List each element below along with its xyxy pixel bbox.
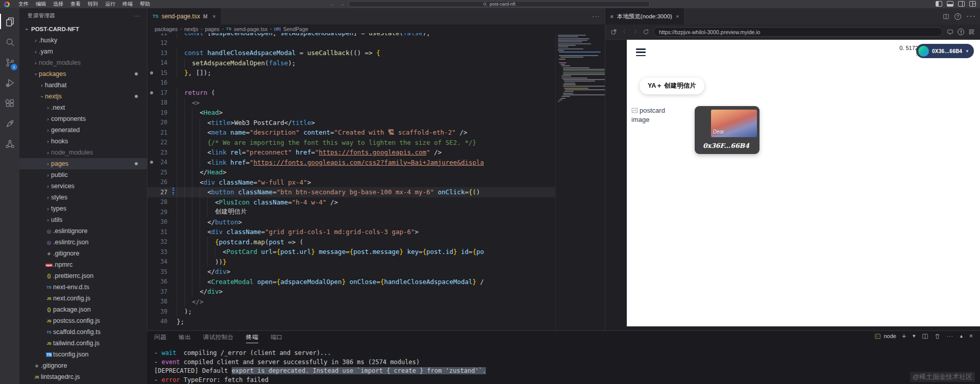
- line-number[interactable]: 32: [156, 238, 172, 245]
- search-sidebar-icon[interactable]: [0, 32, 19, 52]
- code-line-27[interactable]: 27<button className="btn btn-secondary b…: [148, 187, 605, 197]
- line-number[interactable]: 19: [156, 109, 172, 116]
- tree-item-lintstagedrc.js[interactable]: JSlintstagedrc.js: [19, 371, 147, 382]
- line-number[interactable]: 33: [156, 248, 172, 255]
- code-line-33[interactable]: 33<PostCard url={post.url} message={post…: [148, 247, 605, 257]
- panel-tab-调试控制台[interactable]: 调试控制台: [203, 331, 234, 343]
- line-number[interactable]: 34: [156, 258, 172, 265]
- tree-item-generated[interactable]: ›generated: [19, 124, 147, 136]
- line-number[interactable]: 36: [156, 278, 172, 285]
- code-line-22[interactable]: 22{/* We are importing the font this way…: [148, 138, 605, 148]
- tree-item-hooks[interactable]: ›hooks: [19, 136, 147, 147]
- line-number[interactable]: 17: [156, 89, 172, 96]
- code-line-37[interactable]: 37</div>: [148, 287, 605, 297]
- terminal-process[interactable]: node: [874, 333, 896, 340]
- tree-item-node_modules[interactable]: ›node_modules: [19, 57, 147, 68]
- menu-item-编辑[interactable]: 编辑: [32, 0, 50, 8]
- menu-item-选择[interactable]: 选择: [50, 0, 67, 8]
- line-number[interactable]: 14: [156, 59, 172, 66]
- tree-item-.prettierrc.json[interactable]: {}.prettierrc.json: [19, 270, 147, 281]
- tree-item-.gitignore[interactable]: ◆.gitignore: [19, 248, 147, 259]
- tree-item-.husky[interactable]: ›.husky: [19, 35, 147, 46]
- browser-refresh-icon[interactable]: [643, 29, 649, 35]
- code-line-30[interactable]: 30</button>: [148, 217, 605, 227]
- code-line-23[interactable]: 23<link rel="preconnect" href="https://f…: [148, 147, 605, 158]
- glyph-margin[interactable]: [148, 91, 156, 94]
- line-number[interactable]: 15: [156, 69, 172, 76]
- hamburger-menu-icon[interactable]: [636, 48, 646, 56]
- extensions-icon[interactable]: [0, 93, 19, 113]
- code-line-36[interactable]: 36<CreateModal open={adspaceModalOpen} o…: [148, 277, 605, 287]
- breadcrumb-item-send-page.tsx[interactable]: send-page.tsx: [234, 26, 267, 32]
- network-share-icon[interactable]: [0, 134, 19, 154]
- tree-item-utils[interactable]: ›utils: [19, 214, 147, 225]
- line-number[interactable]: 22: [156, 139, 172, 146]
- code-line-18[interactable]: 18<>: [148, 98, 605, 108]
- line-number[interactable]: 24: [156, 159, 172, 166]
- toggle-panel-icon[interactable]: [947, 1, 953, 7]
- code-line-39[interactable]: 39);: [148, 306, 605, 317]
- panel-tab-端口[interactable]: 端口: [271, 331, 283, 343]
- tree-item-nextjs[interactable]: ›nextjs: [19, 91, 147, 102]
- line-number[interactable]: 18: [156, 99, 172, 106]
- code-line-17[interactable]: 17return (: [148, 88, 605, 98]
- tree-item-next-env.d.ts[interactable]: TSnext-env.d.ts: [19, 281, 147, 293]
- line-number[interactable]: 16: [156, 79, 172, 86]
- line-number[interactable]: 11: [156, 33, 172, 37]
- tree-item-pages[interactable]: ›pages: [19, 158, 147, 169]
- code-line-24[interactable]: 24<link href="https://fonts.googleapis.c…: [148, 158, 605, 168]
- kill-terminal-trash-icon[interactable]: [934, 333, 941, 340]
- preview-help-icon[interactable]: ?: [954, 13, 961, 20]
- code-line-13[interactable]: 13const handleCloseAdspaceModal = useCal…: [148, 48, 605, 58]
- preview-tab-close-icon[interactable]: ×: [676, 13, 679, 19]
- editor-actions-more-icon[interactable]: ···: [592, 13, 600, 20]
- code-line-12[interactable]: 12: [148, 38, 605, 48]
- open-in-browser-icon[interactable]: [947, 29, 953, 35]
- code-line-40[interactable]: 40};: [148, 317, 605, 327]
- tree-item-public[interactable]: ›public: [19, 169, 147, 181]
- code-line-21[interactable]: 21<meta name="description" content="Crea…: [148, 127, 605, 138]
- toggle-sidebar-icon[interactable]: [936, 1, 942, 7]
- browser-back-icon[interactable]: [621, 28, 628, 35]
- menu-item-运行[interactable]: 运行: [102, 0, 119, 8]
- tab-close-icon[interactable]: ×: [212, 13, 215, 19]
- line-number[interactable]: 26: [156, 178, 172, 186]
- line-number[interactable]: 21: [156, 129, 172, 136]
- code-line-14[interactable]: 14setAdspaceModalOpen(false);: [148, 58, 605, 68]
- tree-item-package.json[interactable]: {}package.json: [19, 304, 147, 315]
- tree-item-.npmrc[interactable]: npm.npmrc: [19, 259, 147, 270]
- line-number[interactable]: 25: [156, 169, 172, 176]
- code-line-31[interactable]: 31<div className="grid grid-cols-1 md:gr…: [148, 227, 605, 237]
- line-number[interactable]: 38: [156, 298, 172, 305]
- explorer-more-icon[interactable]: ···: [134, 13, 141, 19]
- breadcrumb-item-packages[interactable]: packages: [155, 26, 178, 32]
- tree-item-.eslintignore[interactable]: ◎.eslintignore: [19, 225, 147, 237]
- tab-local-preview[interactable]: ≡ 本地预览(node:3000) ×: [605, 8, 684, 24]
- code-line-29[interactable]: 29创建明信片: [148, 207, 605, 217]
- panel-more-icon[interactable]: ···: [946, 333, 953, 339]
- panel-tab-输出[interactable]: 输出: [179, 331, 191, 343]
- code-line-38[interactable]: 38</>: [148, 297, 605, 307]
- history-back-icon[interactable]: ←: [330, 1, 335, 7]
- source-control-icon[interactable]: 1: [0, 52, 19, 72]
- qr-code-icon[interactable]: [968, 29, 975, 35]
- menu-item-转到[interactable]: 转到: [84, 0, 102, 8]
- code-line-15[interactable]: 15}, []);: [148, 68, 605, 78]
- menu-item-文件[interactable]: 文件: [15, 0, 32, 8]
- preview-more-icon[interactable]: ···: [966, 12, 976, 21]
- breadcrumb-item-pages[interactable]: pages: [205, 26, 219, 32]
- tree-item-postcss.config.js[interactable]: JSpostcss.config.js: [19, 315, 147, 326]
- new-terminal-icon[interactable]: +: [902, 332, 906, 340]
- code-line-28[interactable]: 28<PlusIcon className="h-4 w-4" />: [148, 197, 605, 208]
- code-line-20[interactable]: 20<title>Web3 PostCard</title>: [148, 118, 605, 128]
- tab-send-page[interactable]: TS send-page.tsx M ×: [148, 8, 222, 24]
- code-line-11[interactable]: 11const [adspaceModalOpen, setAdspaceMod…: [148, 33, 605, 38]
- menu-item-查看[interactable]: 查看: [67, 0, 84, 8]
- line-number[interactable]: 37: [156, 288, 172, 295]
- tree-item-node_modules[interactable]: ›node_modules: [19, 147, 147, 158]
- explorer-icon[interactable]: [0, 11, 19, 32]
- line-number[interactable]: 39: [156, 308, 172, 315]
- tree-item-tsconfig.json[interactable]: TStsconfig.json: [19, 349, 147, 360]
- url-input[interactable]: https://bzpjvx-whilol-3000.preview.myide…: [653, 27, 943, 37]
- tree-item-components[interactable]: ›components: [19, 113, 147, 124]
